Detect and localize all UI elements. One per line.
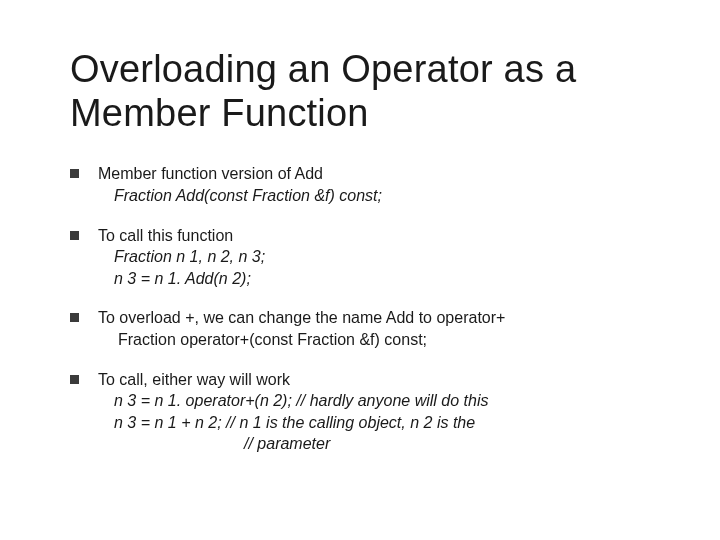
- bullet-sub: n 3 = n 1. Add(n 2);: [98, 268, 650, 290]
- bullet-sub: Fraction operator+(const Fraction &f) co…: [98, 329, 650, 351]
- bullet-lead: To overload +, we can change the name Ad…: [98, 309, 505, 326]
- bullet-sub: n 3 = n 1 + n 2; // n 1 is the calling o…: [98, 412, 650, 434]
- bullet-list: Member function version of Add Fraction …: [70, 163, 650, 455]
- bullet-sub: n 3 = n 1. operator+(n 2); // hardly any…: [98, 390, 650, 412]
- bullet-sub: // parameter: [98, 433, 650, 455]
- bullet-sub: Fraction n 1, n 2, n 3;: [98, 246, 650, 268]
- bullet-lead: To call, either way will work: [98, 371, 290, 388]
- bullet-item: Member function version of Add Fraction …: [70, 163, 650, 206]
- bullet-item: To call this function Fraction n 1, n 2,…: [70, 225, 650, 290]
- bullet-sub: Fraction Add(const Fraction &f) const;: [98, 185, 650, 207]
- bullet-item: To call, either way will work n 3 = n 1.…: [70, 369, 650, 455]
- slide: Overloading an Operator as a Member Func…: [0, 0, 720, 540]
- bullet-lead: Member function version of Add: [98, 165, 323, 182]
- bullet-lead: To call this function: [98, 227, 233, 244]
- bullet-item: To overload +, we can change the name Ad…: [70, 307, 650, 350]
- slide-title: Overloading an Operator as a Member Func…: [70, 48, 650, 135]
